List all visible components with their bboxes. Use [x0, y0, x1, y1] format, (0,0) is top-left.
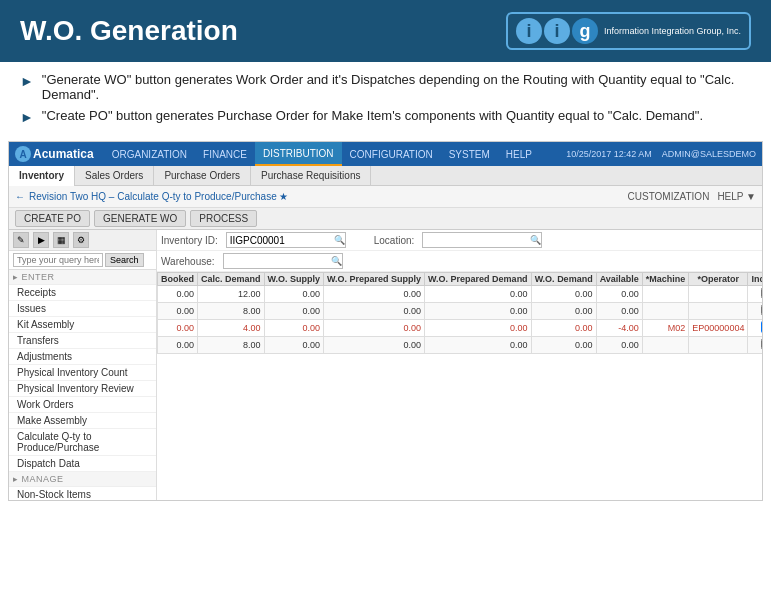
top-nav: A Acumatica ORGANIZATION FINANCE DISTRIB… [9, 142, 762, 166]
nav-configuration[interactable]: CONFIGURATION [342, 142, 441, 166]
table-row: 0.008.000.000.000.000.000.000.000.00 [158, 303, 763, 320]
logo-tagline: Information Integration Group, Inc. [604, 26, 741, 36]
nav-user: ADMIN@SALESDEMO [662, 149, 756, 159]
sidebar-pencil-icon[interactable]: ✎ [13, 232, 29, 248]
nav-distribution[interactable]: DISTRIBUTION [255, 142, 342, 166]
page-header: ← Revision Two HQ – Calculate Q-ty to Pr… [9, 186, 762, 208]
acumatica-logo-icon: A [15, 146, 31, 162]
col-wo-prepared-demand: W.O. Prepared Demand [425, 273, 532, 286]
sub-tab-purchase-requisitions[interactable]: Purchase Requisitions [251, 166, 372, 186]
bullet-text-2: "Create PO" button generates Purchase Or… [42, 108, 703, 123]
back-arrow[interactable]: ← [15, 191, 25, 202]
form-row-warehouse: Warehouse: 🔍 [157, 251, 762, 272]
bullet-item-1: ► "Generate WO" button generates Work Or… [20, 72, 751, 102]
sidebar-section-enter: ▸ ENTER [9, 270, 156, 285]
location-field-wrapper: 🔍 [422, 232, 542, 248]
customization-link[interactable]: CUSTOMIZATION [628, 191, 710, 202]
create-po-button[interactable]: CREATE PO [15, 210, 90, 227]
form-row-inventory: Inventory ID: 🔍 Location: 🔍 [157, 230, 762, 251]
sidebar-item-calculate-qty[interactable]: Calculate Q-ty to Produce/Purchase [9, 429, 156, 456]
sidebar-section-manage: ▸ MANAGE [9, 472, 156, 487]
sidebar-item-transfers[interactable]: Transfers [9, 333, 156, 349]
logo-g: g [572, 18, 598, 44]
nav-system[interactable]: SYSTEM [441, 142, 498, 166]
col-include: Include [748, 273, 762, 286]
sidebar-search: Search [9, 251, 156, 270]
logo-i1: i [516, 18, 542, 44]
sidebar-gear-icon[interactable]: ⚙ [73, 232, 89, 248]
table-row: 0.0012.000.000.000.000.000.000.000.00 [158, 286, 763, 303]
page-title: W.O. Generation [20, 15, 238, 47]
sidebar-play-icon[interactable]: ▶ [33, 232, 49, 248]
inventory-id-label: Inventory ID: [161, 235, 218, 246]
bullets-section: ► "Generate WO" button generates Work Or… [0, 62, 771, 141]
sidebar-item-make-assembly[interactable]: Make Assembly [9, 413, 156, 429]
col-machine: *Machine [642, 273, 689, 286]
nav-datetime: 10/25/2017 12:42 AM [566, 149, 652, 159]
sidebar-item-kit-assembly[interactable]: Kit Assembly [9, 317, 156, 333]
col-booked: Booked [158, 273, 198, 286]
warehouse-input[interactable] [223, 253, 343, 269]
breadcrumb: Revision Two HQ – Calculate Q-ty to Prod… [29, 191, 628, 202]
sidebar: ✎ ▶ ▦ ⚙ Search ▸ ENTER Receipts Issues K… [9, 230, 157, 500]
search-button[interactable]: Search [105, 253, 144, 267]
sidebar-chart-icon[interactable]: ▦ [53, 232, 69, 248]
include-checkbox[interactable] [748, 320, 762, 337]
warehouse-label: Warehouse: [161, 256, 215, 267]
process-button[interactable]: PROCESS [190, 210, 257, 227]
location-search-icon[interactable]: 🔍 [530, 235, 541, 245]
col-operator: *Operator [689, 273, 748, 286]
location-input[interactable] [422, 232, 542, 248]
warehouse-field-wrapper: 🔍 [223, 253, 343, 269]
main-content: Inventory ID: 🔍 Location: 🔍 Warehouse: 🔍 [157, 230, 762, 500]
col-wo-demand: W.O. Demand [531, 273, 596, 286]
location-label: Location: [374, 235, 415, 246]
company-logo: i i g Information Integration Group, Inc… [506, 12, 751, 50]
toolbar: CREATE PO GENERATE WO PROCESS [9, 208, 762, 230]
acumatica-logo: A Acumatica [15, 146, 94, 162]
inventory-id-search-icon[interactable]: 🔍 [334, 235, 345, 245]
sub-tab-purchase-orders[interactable]: Purchase Orders [154, 166, 251, 186]
col-wo-prepared-supply: W.O. Prepared Supply [324, 273, 425, 286]
data-table: Booked Calc. Demand W.O. Supply W.O. Pre… [157, 272, 762, 354]
nav-finance[interactable]: FINANCE [195, 142, 255, 166]
sub-tab-sales-orders[interactable]: Sales Orders [75, 166, 154, 186]
sidebar-item-receipts[interactable]: Receipts [9, 285, 156, 301]
sidebar-item-issues[interactable]: Issues [9, 301, 156, 317]
sidebar-item-non-stock-items[interactable]: Non-Stock Items [9, 487, 156, 500]
nav-help[interactable]: HELP [498, 142, 540, 166]
inventory-id-input[interactable] [226, 232, 346, 248]
include-checkbox[interactable] [748, 337, 762, 354]
sub-tabs: Inventory Sales Orders Purchase Orders P… [9, 166, 762, 186]
warehouse-search-icon[interactable]: 🔍 [331, 256, 342, 266]
acumatica-logo-text: Acumatica [33, 147, 94, 161]
sidebar-item-physical-inventory-count[interactable]: Physical Inventory Count [9, 365, 156, 381]
nav-right: 10/25/2017 12:42 AM ADMIN@SALESDEMO [566, 149, 756, 159]
include-checkbox[interactable] [748, 286, 762, 303]
sidebar-item-work-orders[interactable]: Work Orders [9, 397, 156, 413]
sub-tab-inventory[interactable]: Inventory [9, 166, 75, 186]
logo-i2: i [544, 18, 570, 44]
generate-wo-button[interactable]: GENERATE WO [94, 210, 186, 227]
bullet-arrow-1: ► [20, 73, 34, 89]
sidebar-tools: ✎ ▶ ▦ ⚙ [9, 230, 156, 251]
acumatica-ui: A Acumatica ORGANIZATION FINANCE DISTRIB… [8, 141, 763, 501]
nav-organization[interactable]: ORGANIZATION [104, 142, 195, 166]
bullet-text-1: "Generate WO" button generates Work Orde… [42, 72, 751, 102]
col-calc-demand: Calc. Demand [198, 273, 265, 286]
sidebar-item-physical-inventory-review[interactable]: Physical Inventory Review [9, 381, 156, 397]
sidebar-item-dispatch-data[interactable]: Dispatch Data [9, 456, 156, 472]
nav-items: ORGANIZATION FINANCE DISTRIBUTION CONFIG… [104, 142, 540, 166]
col-available: Available [596, 273, 642, 286]
header-banner: W.O. Generation i i g Information Integr… [0, 0, 771, 62]
table-row: 0.004.000.000.000.000.00-4.00M02EP000000… [158, 320, 763, 337]
table-row: 0.008.000.000.000.000.000.000.000.00 [158, 337, 763, 354]
search-input[interactable] [13, 253, 103, 267]
content-area: ✎ ▶ ▦ ⚙ Search ▸ ENTER Receipts Issues K… [9, 230, 762, 500]
help-link[interactable]: HELP ▼ [717, 191, 756, 202]
col-wo-supply: W.O. Supply [264, 273, 324, 286]
inventory-id-field-wrapper: 🔍 [226, 232, 346, 248]
bullet-item-2: ► "Create PO" button generates Purchase … [20, 108, 751, 125]
sidebar-item-adjustments[interactable]: Adjustments [9, 349, 156, 365]
include-checkbox[interactable] [748, 303, 762, 320]
